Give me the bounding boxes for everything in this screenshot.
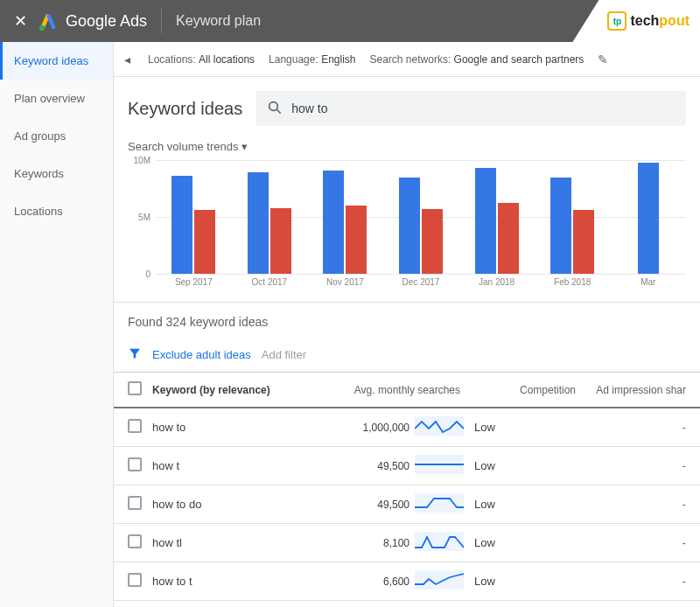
- table-row[interactable]: how tos4,400Low-: [114, 601, 700, 607]
- divider: [161, 9, 162, 33]
- cell-keyword: how to do: [152, 498, 336, 511]
- bar-group: [307, 160, 383, 274]
- locations-filter[interactable]: Locations: All locations: [148, 53, 255, 66]
- col-avg-searches[interactable]: Avg. monthly searches: [336, 384, 467, 396]
- bar: [270, 208, 291, 274]
- cell-avg: 1,000,000: [336, 422, 415, 434]
- chevron-down-icon: ▾: [242, 140, 248, 153]
- row-checkbox[interactable]: [128, 534, 142, 548]
- table-row[interactable]: how t49,500Low-: [114, 447, 700, 485]
- x-tick: Sep 2017: [156, 277, 232, 287]
- breadcrumb: Keyword plan: [176, 13, 261, 29]
- y-tick: 5M: [138, 213, 150, 222]
- cell-competition: Low: [467, 421, 537, 434]
- language-filter[interactable]: Language: English: [269, 53, 355, 66]
- search-volume-chart: 05M10M Sep 2017Oct 2017Nov 2017Dec 2017J…: [128, 160, 686, 291]
- col-keyword[interactable]: Keyword (by relevance): [152, 384, 336, 396]
- search-icon: [267, 100, 283, 118]
- cell-keyword: how to t: [152, 575, 336, 588]
- bar-group: [610, 160, 686, 274]
- bar-group: [156, 160, 232, 274]
- bar: [638, 163, 659, 274]
- bar-group: [458, 160, 535, 274]
- table-row[interactable]: how to1,000,000Low-: [114, 408, 700, 447]
- sidebar-item-ad-groups[interactable]: Ad groups: [0, 117, 113, 155]
- cell-avg: 49,500: [336, 460, 415, 472]
- table-row[interactable]: how to do49,500Low-: [114, 485, 700, 524]
- edit-icon[interactable]: ✎: [598, 52, 608, 66]
- table-filters: Exclude adult ideas Add filter: [114, 341, 700, 372]
- x-tick: Feb 2018: [535, 277, 611, 287]
- sparkline: [415, 532, 467, 554]
- chevron-left-icon[interactable]: ◂: [121, 52, 134, 66]
- cell-keyword: how t: [152, 459, 336, 472]
- cell-avg: 49,500: [336, 499, 415, 511]
- cell-impression: -: [537, 536, 686, 549]
- cell-impression: -: [537, 459, 686, 472]
- brand-label: Google Ads: [66, 12, 147, 31]
- row-checkbox[interactable]: [128, 419, 142, 433]
- filter-bar: ◂ Locations: All locations Language: Eng…: [114, 42, 700, 77]
- cell-competition: Low: [467, 498, 537, 511]
- x-tick: Mar: [610, 277, 686, 287]
- row-checkbox[interactable]: [128, 496, 142, 510]
- watermark: tp techpout: [572, 0, 700, 42]
- chart-section: Search volume trends ▾ 05M10M Sep 2017Oc…: [114, 140, 700, 303]
- svg-point-0: [39, 25, 45, 31]
- search-box[interactable]: [256, 91, 686, 126]
- bar: [498, 203, 519, 274]
- cell-competition: Low: [467, 536, 537, 549]
- sidebar-item-keyword-ideas[interactable]: Keyword ideas: [0, 42, 113, 80]
- bar: [573, 210, 594, 274]
- page-title: Keyword ideas: [128, 99, 242, 119]
- sparkline: [415, 493, 467, 515]
- sparkline: [415, 455, 467, 477]
- bar: [346, 206, 367, 274]
- col-competition[interactable]: Competition: [520, 384, 590, 396]
- col-impression-share[interactable]: Ad impression shar: [590, 384, 686, 396]
- sidebar-item-locations[interactable]: Locations: [0, 192, 113, 230]
- table-row[interactable]: how to t6,600Low-: [114, 562, 700, 601]
- bar: [323, 171, 344, 274]
- google-ads-logo-icon: [38, 10, 59, 31]
- watermark-badge: tp: [607, 11, 626, 31]
- table-header: Keyword (by relevance) Avg. monthly sear…: [114, 372, 700, 408]
- sidebar: Keyword ideasPlan overviewAd groupsKeywo…: [0, 42, 114, 607]
- table-row[interactable]: how tl8,100Low-: [114, 524, 700, 562]
- watermark-text: techpout: [630, 13, 690, 29]
- cell-keyword: how to: [152, 421, 336, 434]
- cell-avg: 6,600: [336, 576, 415, 588]
- filter-icon[interactable]: [128, 346, 142, 363]
- cell-competition: Low: [467, 575, 537, 588]
- bar-group: [232, 160, 308, 274]
- sparkline: [415, 416, 467, 438]
- bar: [399, 178, 420, 275]
- cell-impression: -: [537, 575, 686, 588]
- bar: [172, 176, 192, 274]
- x-tick: Jan 2018: [458, 277, 535, 287]
- add-filter-button[interactable]: Add filter: [262, 348, 306, 361]
- bar-group: [535, 160, 611, 274]
- x-tick: Nov 2017: [307, 277, 383, 287]
- cell-keyword: how tl: [152, 536, 336, 549]
- results-count: Found 324 keyword ideas: [114, 303, 700, 341]
- networks-filter[interactable]: Search networks: Google and search partn…: [370, 53, 584, 66]
- sidebar-item-plan-overview[interactable]: Plan overview: [0, 80, 113, 117]
- row-checkbox[interactable]: [128, 573, 142, 587]
- title-bar: Keyword ideas: [114, 77, 700, 140]
- y-tick: 10M: [134, 156, 150, 165]
- bar: [194, 210, 215, 274]
- sidebar-item-keywords[interactable]: Keywords: [0, 155, 113, 192]
- svg-point-1: [270, 101, 278, 110]
- bar: [550, 178, 571, 275]
- cell-competition: Low: [467, 459, 537, 472]
- close-icon[interactable]: ✕: [14, 11, 27, 31]
- exclude-adult-toggle[interactable]: Exclude adult ideas: [152, 348, 251, 361]
- chart-type-dropdown[interactable]: Search volume trends ▾: [128, 140, 248, 153]
- row-checkbox[interactable]: [128, 457, 142, 471]
- svg-line-2: [276, 109, 281, 114]
- sparkline: [415, 570, 467, 592]
- search-input[interactable]: [291, 101, 676, 115]
- select-all-checkbox[interactable]: [128, 381, 142, 395]
- bar: [422, 209, 443, 274]
